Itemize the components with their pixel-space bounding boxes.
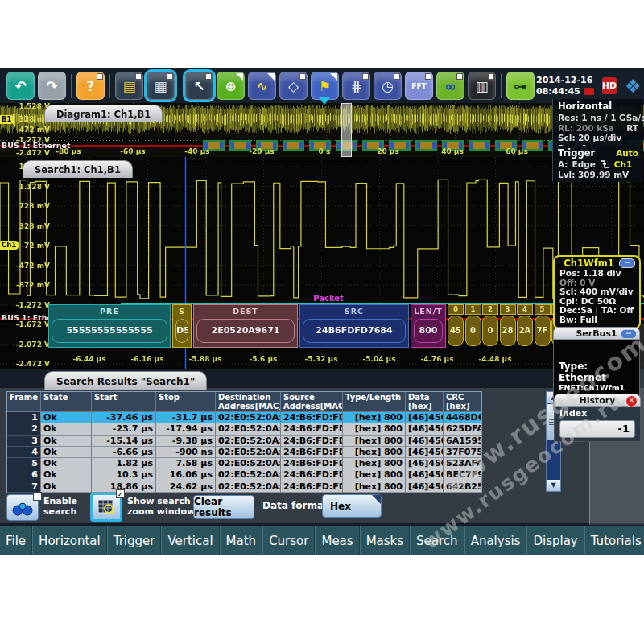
table-cell[interactable]: 6 <box>7 469 41 481</box>
menu-item-horizontal[interactable]: Horizontal <box>32 526 107 555</box>
table-row[interactable]: 6Ok10.3 µs16.06 µs02:E0:52:0A:924:B6:FD:… <box>7 469 481 481</box>
column-header[interactable]: Destination Address[MAC] <box>216 392 281 412</box>
table-cell[interactable]: [46]450 <box>406 436 444 447</box>
search-results-table[interactable]: FrameStateStartStopDestination Address[M… <box>6 391 482 493</box>
menu-item-tutorials[interactable]: Tutorials <box>584 526 644 555</box>
display-settings-icon[interactable]: ▦ <box>147 72 175 100</box>
trigger-mode[interactable]: Auto <box>616 148 638 158</box>
table-cell[interactable]: -9.38 µs <box>156 436 216 447</box>
table-cell[interactable]: 37F075 <box>444 447 481 458</box>
table-cell[interactable]: [hex] 800 <box>343 447 406 458</box>
table-row[interactable]: 7Ok18.86 µs24.62 µs02:E0:52:0A:924:B6:FD… <box>7 481 481 493</box>
table-cell[interactable]: -23.7 µs <box>92 423 156 435</box>
table-cell[interactable]: 625DFA <box>444 423 481 435</box>
select-cursor-icon[interactable]: ↖ <box>185 72 213 100</box>
menu-item-file[interactable]: File <box>0 526 32 555</box>
menu-item-trigger[interactable]: Trigger <box>107 526 162 555</box>
table-cell[interactable]: Ok <box>41 469 92 481</box>
delete-trash-icon[interactable]: ▥ <box>468 72 496 100</box>
table-cell[interactable]: 16.06 µs <box>156 469 216 481</box>
column-header[interactable]: Start <box>92 392 156 412</box>
menu-item-search[interactable]: Search <box>410 526 464 555</box>
help-icon[interactable]: ? <box>76 72 105 100</box>
menu-item-meas[interactable]: Meas <box>315 526 359 555</box>
zoom-area-indicator[interactable] <box>341 103 352 157</box>
table-cell[interactable]: 24.62 µs <box>156 481 216 493</box>
column-header[interactable]: State <box>41 392 92 412</box>
table-cell[interactable]: -6.66 µs <box>92 447 156 458</box>
table-cell[interactable]: 24:B6:FD:FD: <box>281 458 343 469</box>
table-cell[interactable]: 4 <box>7 447 41 458</box>
menu-item-math[interactable]: Math <box>220 526 263 555</box>
column-header[interactable]: Stop <box>156 392 216 412</box>
table-cell[interactable]: [46]450 <box>406 469 444 481</box>
column-header[interactable]: Source Address[MAC] <box>281 392 343 412</box>
trigger-source[interactable]: Ch1 <box>614 159 633 170</box>
table-cell[interactable]: 5 <box>7 458 41 469</box>
table-cell[interactable]: 24:B6:FD:FD: <box>281 469 343 481</box>
table-cell[interactable]: [46]450 <box>406 423 444 435</box>
table-cell[interactable]: [46]450 <box>406 481 444 493</box>
annotate-flag-icon[interactable]: ⚑ <box>311 72 339 100</box>
table-cell[interactable]: -900 ns <box>156 447 216 458</box>
horizontal-scl[interactable]: Scl: 20 µs/div <box>558 133 621 143</box>
table-cell[interactable]: 24:B6:FD:FD: <box>281 436 343 447</box>
search-icon[interactable]: ∞ <box>436 72 464 100</box>
table-cell[interactable]: [46]450 <box>406 447 444 458</box>
trigger-type[interactable]: Edge <box>572 159 596 170</box>
table-row[interactable]: 4Ok-6.66 µs-900 ns02:E0:52:0A:924:B6:FD:… <box>7 447 481 458</box>
scroll-down-button[interactable]: ▼ <box>547 480 560 491</box>
protocol-icon[interactable]: ⋕ <box>342 72 370 100</box>
trigger-position-marker[interactable] <box>319 97 330 105</box>
bus1-marker[interactable]: B1 <box>0 115 14 124</box>
minimize-button[interactable]: — <box>619 258 635 268</box>
data-format-dropdown[interactable]: Hex <box>322 494 382 518</box>
table-cell[interactable]: [hex] 800 <box>343 481 406 493</box>
table-cell[interactable]: [46]450 <box>406 458 444 469</box>
tab-diagram1[interactable]: Diagram1: Ch1,B1 <box>44 105 163 122</box>
table-cell[interactable]: 4468D6 <box>444 412 481 423</box>
table-cell[interactable]: 10.3 µs <box>92 469 156 481</box>
table-cell[interactable]: 24:B6:FD:FD: <box>281 423 343 435</box>
ch1wfm1-panel[interactable]: Ch1Wfm1 — Pos: 1.18 div Off: 0 V Scl: 40… <box>553 255 641 329</box>
table-cell[interactable]: Ok <box>41 436 92 447</box>
ch1-marker[interactable]: Ch1 <box>0 241 19 250</box>
table-cell[interactable]: 02:E0:52:0A:9 <box>216 481 281 493</box>
table-cell[interactable]: Ok <box>41 481 92 493</box>
table-cell[interactable]: 02:E0:52:0A:9 <box>216 436 281 447</box>
cursor-measure-icon[interactable]: ∿ <box>248 72 276 100</box>
table-cell[interactable]: 02:E0:52:0A:9 <box>216 469 281 481</box>
column-header[interactable]: Type/Length <box>343 392 406 412</box>
tab-search1[interactable]: Search1: Ch1,B1 <box>23 160 133 178</box>
close-icon[interactable]: ✕ <box>625 395 638 407</box>
table-row[interactable]: 5Ok1.82 µs7.58 µs02:E0:52:0A:924:B6:FD:F… <box>7 458 481 469</box>
table-cell[interactable]: [hex] 800 <box>343 423 406 435</box>
table-row[interactable]: 3Ok-15.14 µs-9.38 µs02:E0:52:0A:924:B6:F… <box>7 436 481 447</box>
table-cell[interactable]: [hex] 800 <box>343 458 406 469</box>
table-cell[interactable]: Ok <box>41 412 92 423</box>
table-row[interactable]: 2Ok-23.7 µs-17.94 µs02:E0:52:0A:924:B6:F… <box>7 423 481 435</box>
column-header[interactable]: Frame <box>7 392 41 412</box>
table-cell[interactable]: 642B25 <box>444 481 481 493</box>
table-cell[interactable]: Ok <box>41 458 92 469</box>
table-cell[interactable]: 3 <box>7 436 41 447</box>
history-index-input[interactable]: -1 <box>559 420 635 438</box>
history-panel[interactable]: History ✕ Index -1 <box>554 394 641 442</box>
minimize-button[interactable]: — <box>621 329 637 339</box>
menu-item-display[interactable]: Display <box>526 526 584 555</box>
table-cell[interactable]: [46]450 <box>406 412 444 423</box>
table-cell[interactable]: -15.14 µs <box>92 436 156 447</box>
table-cell[interactable]: 2 <box>7 423 41 435</box>
table-cell[interactable]: 523AFA <box>444 458 481 469</box>
table-cell[interactable]: -37.46 µs <box>92 412 156 423</box>
menu-item-masks[interactable]: Masks <box>360 526 410 555</box>
tab-search-results[interactable]: Search Results "Search1" <box>44 371 207 390</box>
zoom-icon[interactable]: ⊕ <box>217 72 245 100</box>
table-cell[interactable]: 02:E0:52:0A:9 <box>216 412 281 423</box>
show-search-zoom-checkbox[interactable]: ✓ <box>116 489 125 498</box>
table-cell[interactable]: [hex] 800 <box>343 469 406 481</box>
table-cell[interactable]: 6A1595 <box>444 436 481 447</box>
column-header[interactable]: CRC [hex] <box>444 392 481 412</box>
table-cell[interactable]: 02:E0:52:0A:9 <box>216 447 281 458</box>
table-row[interactable]: 1Ok-37.46 µs-31.7 µs02:E0:52:0A:924:B6:F… <box>7 412 481 423</box>
